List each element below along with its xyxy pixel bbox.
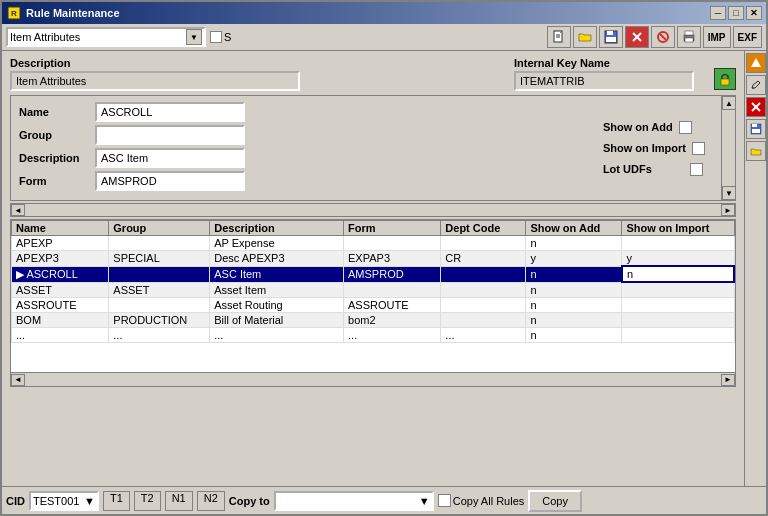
- svg-line-12: [660, 34, 666, 40]
- table-cell: Asset Item: [210, 282, 344, 297]
- form-input[interactable]: AMSPROD: [95, 171, 245, 191]
- table-row[interactable]: ...............n: [12, 327, 735, 342]
- print-button[interactable]: [677, 26, 701, 48]
- group-input[interactable]: [95, 125, 245, 145]
- table-cell: n: [526, 312, 622, 327]
- top-fields: Description Item Attributes Internal Key…: [6, 55, 740, 93]
- lot-udfs-checkbox[interactable]: [690, 163, 703, 176]
- delete-button[interactable]: [625, 26, 649, 48]
- table-scroll-left[interactable]: ◄: [11, 374, 25, 386]
- table-row[interactable]: APEXPAP Expensen: [12, 236, 735, 251]
- table-row[interactable]: ASSETASSETAsset Itemn: [12, 282, 735, 297]
- show-on-import-checkbox[interactable]: [692, 142, 705, 155]
- main-panel: Description Item Attributes Internal Key…: [2, 51, 744, 486]
- table-cell: [622, 236, 734, 251]
- new-button[interactable]: [547, 26, 571, 48]
- table-cell: n: [622, 266, 734, 282]
- side-orange-button[interactable]: [746, 53, 766, 73]
- table-cell: [622, 327, 734, 342]
- table-cell: ...: [344, 327, 441, 342]
- table-cell: ...: [210, 327, 344, 342]
- table-row[interactable]: BOMPRODUCTIONBill of Materialbom2n: [12, 312, 735, 327]
- action-buttons: IMP EXF: [547, 26, 762, 48]
- table-cell: [109, 266, 210, 282]
- form-fields: Name ASCROLL Group Descriptio: [11, 96, 587, 200]
- form-description-input[interactable]: ASC Item: [95, 148, 245, 168]
- table-scroll[interactable]: Name Group Description Form Dept Code Sh…: [11, 220, 735, 372]
- dropdown-arrow[interactable]: ▼: [186, 29, 202, 45]
- name-input[interactable]: ASCROLL: [95, 102, 245, 122]
- table-scroll-right[interactable]: ►: [721, 374, 735, 386]
- description-input[interactable]: Item Attributes: [10, 71, 300, 91]
- scroll-left-button[interactable]: ◄: [11, 204, 25, 216]
- table-cell: ...: [441, 327, 526, 342]
- show-on-add-checkbox[interactable]: [679, 121, 692, 134]
- s-checkbox[interactable]: [210, 31, 222, 43]
- col-name: Name: [12, 221, 109, 236]
- table-cell: PRODUCTION: [109, 312, 210, 327]
- type-dropdown[interactable]: Item Attributes ▼: [6, 27, 206, 47]
- scroll-down-button[interactable]: ▼: [722, 186, 736, 200]
- table-cell: ASSROUTE: [344, 297, 441, 312]
- side-delete-button[interactable]: [746, 97, 766, 117]
- n2-button[interactable]: N2: [197, 491, 225, 511]
- table-cell: [344, 282, 441, 297]
- copy-all-checkbox[interactable]: [438, 494, 451, 507]
- table-hscrollbar: ◄ ►: [11, 372, 735, 386]
- imp-button[interactable]: IMP: [703, 26, 731, 48]
- s-checkbox-group: S: [210, 31, 231, 43]
- side-edit-button[interactable]: [746, 75, 766, 95]
- side-toolbar: [744, 51, 766, 486]
- side-folder-button[interactable]: [746, 141, 766, 161]
- table-cell: ...: [109, 327, 210, 342]
- internal-key-input[interactable]: ITEMATTRIB: [514, 71, 694, 91]
- table-cell: [441, 312, 526, 327]
- form-row: Form AMSPROD: [19, 171, 579, 191]
- copy-to-label: Copy to: [229, 495, 270, 507]
- table-cell: ASSET: [12, 282, 109, 297]
- svg-rect-8: [606, 37, 616, 42]
- col-description: Description: [210, 221, 344, 236]
- save-button[interactable]: [599, 26, 623, 48]
- scroll-right-button[interactable]: ►: [721, 204, 735, 216]
- lot-udfs-row: Lot UDFs: [603, 163, 705, 176]
- minimize-button[interactable]: ─: [710, 6, 726, 20]
- scroll-up-button[interactable]: ▲: [722, 96, 736, 110]
- exf-button[interactable]: EXF: [733, 26, 762, 48]
- table-cell: [622, 297, 734, 312]
- maximize-button[interactable]: □: [728, 6, 744, 20]
- n1-button[interactable]: N1: [165, 491, 193, 511]
- close-button[interactable]: ✕: [746, 6, 762, 20]
- lock-icon[interactable]: [714, 68, 736, 90]
- show-on-add-label: Show on Add: [603, 121, 673, 133]
- form-label: Form: [19, 175, 89, 187]
- col-show-on-import: Show on Import: [622, 221, 734, 236]
- col-group: Group: [109, 221, 210, 236]
- copy-to-dropdown[interactable]: ▼: [274, 491, 434, 511]
- side-save-button[interactable]: [746, 119, 766, 139]
- table-cell: ASC Item: [210, 266, 344, 282]
- copy-button[interactable]: Copy: [528, 490, 582, 512]
- table-cell: AMSPROD: [344, 266, 441, 282]
- right-checkboxes: Show on Add Show on Import Lot UDFs: [587, 96, 721, 200]
- internal-key-field-group: Internal Key Name ITEMATTRIB: [514, 57, 694, 91]
- table-row[interactable]: ▶ ASCROLLASC ItemAMSPRODnn: [12, 266, 735, 282]
- table-cell: n: [526, 327, 622, 342]
- cancel-button[interactable]: [651, 26, 675, 48]
- cid-label: CID: [6, 495, 25, 507]
- t1-button[interactable]: T1: [103, 491, 130, 511]
- table-row[interactable]: APEXP3SPECIALDesc APEXP3EXPAP3CRyy: [12, 251, 735, 267]
- t2-button[interactable]: T2: [134, 491, 161, 511]
- open-button[interactable]: [573, 26, 597, 48]
- group-row: Group: [19, 125, 579, 145]
- cid-dropdown[interactable]: TEST001 ▼: [29, 491, 99, 511]
- app-icon: R: [6, 5, 22, 21]
- table-cell: SPECIAL: [109, 251, 210, 267]
- svg-text:R: R: [11, 9, 17, 18]
- table-row[interactable]: ASSROUTEAsset RoutingASSROUTEn: [12, 297, 735, 312]
- table-cell: APEXP3: [12, 251, 109, 267]
- svg-rect-14: [685, 31, 693, 35]
- content-area: Description Item Attributes Internal Key…: [2, 51, 766, 486]
- table-cell: APEXP: [12, 236, 109, 251]
- col-form: Form: [344, 221, 441, 236]
